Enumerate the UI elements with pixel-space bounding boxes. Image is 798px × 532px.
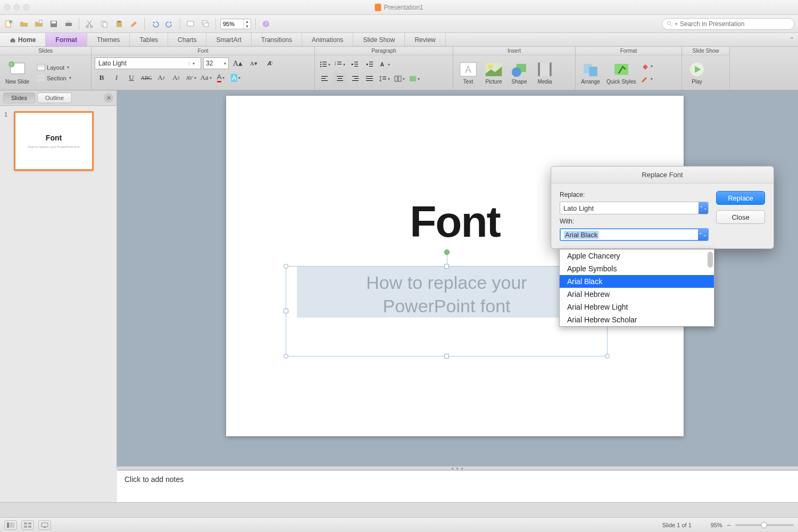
paste-icon[interactable]	[113, 18, 125, 30]
zoom-input[interactable]	[221, 21, 243, 27]
dropdown-option[interactable]: Apple Symbols	[560, 262, 714, 275]
tab-home[interactable]: Home	[0, 33, 46, 46]
resize-handle[interactable]	[605, 354, 610, 359]
copy-icon[interactable]	[98, 18, 110, 30]
insert-media-button[interactable]: Media	[533, 61, 556, 85]
resize-handle[interactable]	[444, 354, 449, 359]
with-font-select[interactable]: Arial Black ⌃⌄	[560, 228, 709, 241]
save-icon[interactable]	[48, 18, 60, 30]
increase-indent-button[interactable]	[363, 59, 377, 70]
notes-pane[interactable]: Click to add notes	[117, 470, 798, 502]
char-spacing-button[interactable]: AV	[184, 72, 198, 84]
cut-icon[interactable]	[84, 18, 95, 30]
shrink-font-icon[interactable]: A▾	[247, 57, 261, 69]
minimize-window-icon[interactable]	[14, 4, 20, 10]
font-size-select[interactable]: 32▾	[203, 57, 229, 69]
insert-slide-icon[interactable]	[185, 18, 196, 30]
shape-fill-button[interactable]	[641, 61, 653, 72]
italic-button[interactable]: I	[110, 72, 123, 84]
insert-text-button[interactable]: AText	[456, 61, 480, 85]
outline-tab[interactable]: Outline	[37, 93, 72, 103]
tab-themes[interactable]: Themes	[87, 33, 130, 46]
font-name-select[interactable]: Lato Light▾	[95, 57, 201, 69]
sorter-view-icon[interactable]	[21, 520, 34, 530]
rotate-handle[interactable]	[444, 250, 450, 255]
scrollbar-thumb[interactable]	[708, 252, 713, 268]
align-right-button[interactable]	[348, 73, 362, 85]
insert-shape-button[interactable]: Shape	[508, 61, 531, 85]
presenter-view-icon[interactable]	[38, 520, 51, 530]
arrange-button[interactable]: Arrange	[579, 61, 602, 85]
duplicate-slide-icon[interactable]	[200, 18, 211, 30]
subtitle-content[interactable]: How to replace yourPowerPoint font	[297, 267, 596, 318]
help-icon[interactable]: ?	[260, 18, 272, 30]
numbering-button[interactable]: 12	[333, 59, 347, 70]
normal-view-icon[interactable]	[4, 520, 17, 530]
smartart-convert-button[interactable]	[408, 73, 421, 85]
tab-tables[interactable]: Tables	[130, 33, 168, 46]
search-box[interactable]: ▾	[662, 18, 795, 30]
tab-format[interactable]: Format	[46, 33, 87, 46]
slide-thumbnail[interactable]: Font How to replace your PowerPoint font	[14, 111, 94, 171]
justify-button[interactable]	[363, 73, 377, 85]
line-spacing-button[interactable]	[378, 73, 392, 85]
dropdown-option[interactable]: Apple Chancery	[560, 250, 714, 262]
print-icon[interactable]	[63, 18, 74, 30]
align-left-button[interactable]	[318, 73, 332, 85]
resize-handle[interactable]	[444, 264, 449, 269]
subscript-button[interactable]: A2	[169, 72, 183, 84]
close-panel-icon[interactable]: ✕	[104, 93, 113, 103]
quick-styles-button[interactable]: Quick Styles	[604, 61, 638, 85]
font-color-button[interactable]: A	[214, 72, 228, 84]
format-painter-icon[interactable]	[128, 18, 140, 30]
tab-review[interactable]: Review	[405, 33, 445, 46]
ribbon-collapse-icon[interactable]: ⌃	[785, 33, 798, 46]
text-direction-button[interactable]: A	[378, 59, 392, 70]
change-case-button[interactable]: Aa	[199, 72, 213, 84]
chevron-up-down-icon[interactable]: ⌃⌄	[698, 229, 708, 240]
resize-handle[interactable]	[284, 354, 288, 359]
replace-button[interactable]: Replace	[716, 191, 765, 205]
zoom-field[interactable]: ▲▼	[220, 19, 251, 29]
close-button[interactable]: Close	[716, 210, 765, 224]
tab-charts[interactable]: Charts	[168, 33, 206, 46]
decrease-indent-button[interactable]	[348, 59, 362, 70]
undo-icon[interactable]	[149, 18, 161, 30]
search-input[interactable]	[680, 20, 790, 28]
dropdown-option[interactable]: Arial Hebrew	[560, 288, 714, 301]
clear-format-icon[interactable]: A	[263, 57, 277, 69]
open-recent-icon[interactable]	[33, 18, 45, 30]
superscript-button[interactable]: A2	[154, 72, 168, 84]
underline-button[interactable]: U	[124, 72, 138, 84]
new-slide-button[interactable]: + New Slide	[3, 61, 31, 85]
section-button[interactable]: Section	[34, 73, 74, 83]
grow-font-icon[interactable]: A▴	[231, 57, 245, 69]
columns-button[interactable]	[393, 73, 406, 85]
shape-outline-button[interactable]	[641, 73, 653, 85]
strikethrough-button[interactable]: ABC	[139, 72, 153, 84]
layout-button[interactable]: Layout	[34, 63, 74, 72]
chevron-up-down-icon[interactable]: ⌃⌄	[699, 202, 708, 214]
notes-resizer[interactable]: ● ● ●	[117, 466, 798, 470]
bullets-button[interactable]	[318, 59, 332, 70]
open-file-icon[interactable]	[18, 18, 30, 30]
resize-handle[interactable]	[284, 264, 288, 269]
play-button[interactable]: Play	[685, 61, 709, 85]
tab-animations[interactable]: Animations	[302, 33, 353, 46]
replace-font-select[interactable]: Lato Light ⌃⌄	[560, 202, 709, 214]
zoom-slider[interactable]	[735, 524, 794, 526]
zoom-stepper[interactable]: ▲▼	[243, 19, 251, 29]
redo-icon[interactable]	[164, 18, 176, 30]
tab-smartart[interactable]: SmartArt	[206, 33, 251, 46]
resize-handle[interactable]	[284, 309, 288, 313]
align-center-button[interactable]	[333, 73, 347, 85]
dropdown-option[interactable]: Arial Black	[560, 275, 714, 288]
zoom-out-icon[interactable]: −	[727, 521, 731, 529]
tab-slideshow[interactable]: Slide Show	[353, 33, 405, 46]
zoom-window-icon[interactable]	[23, 4, 29, 10]
highlight-button[interactable]: A	[229, 72, 243, 84]
tab-transitions[interactable]: Transitions	[252, 33, 302, 46]
new-file-icon[interactable]	[3, 18, 15, 30]
insert-picture-button[interactable]: Picture	[482, 61, 505, 85]
bold-button[interactable]: B	[95, 72, 109, 84]
